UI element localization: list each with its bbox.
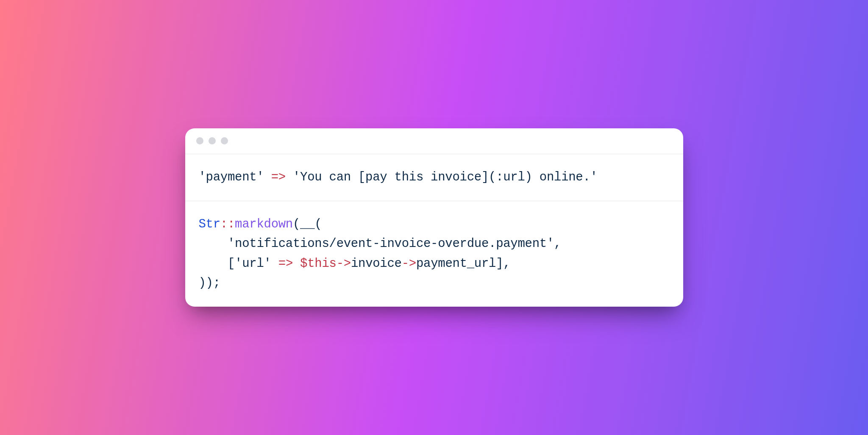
bracket-close: ], (496, 257, 510, 271)
traffic-light-zoom-icon[interactable] (221, 137, 228, 144)
traffic-light-close-icon[interactable] (196, 137, 203, 144)
traffic-light-minimize-icon[interactable] (209, 137, 216, 144)
array-value: 'You can [pay this invoice](:url) online… (293, 170, 598, 184)
class-name: Str (199, 217, 220, 231)
object-arrow: -> (402, 257, 416, 271)
scope-separator: :: (220, 217, 235, 231)
this-var: $this (300, 257, 337, 271)
method-name: markdown (235, 217, 293, 231)
paren-open: (__( (293, 217, 322, 231)
paren-close: )); (199, 276, 220, 290)
code-pane-bottom: Str::markdown(__( 'notifications/event-i… (185, 201, 683, 307)
translation-key: 'notifications/event-invoice-overdue.pay… (228, 237, 554, 251)
bracket-open: [ (228, 257, 235, 271)
indent (199, 257, 228, 271)
fat-arrow: => (264, 170, 293, 184)
prop-invoice: invoice (351, 257, 402, 271)
code-pane-top: 'payment' => 'You can [pay this invoice]… (185, 154, 683, 201)
window-titlebar (185, 128, 683, 154)
comma: , (554, 237, 561, 251)
array-key: 'payment' (199, 170, 264, 184)
fat-arrow: => (271, 257, 300, 271)
prop-payment-url: payment_url (416, 257, 496, 271)
object-arrow: -> (337, 257, 351, 271)
indent (199, 237, 228, 251)
code-window: 'payment' => 'You can [pay this invoice]… (185, 128, 683, 307)
param-key: 'url' (235, 257, 271, 271)
